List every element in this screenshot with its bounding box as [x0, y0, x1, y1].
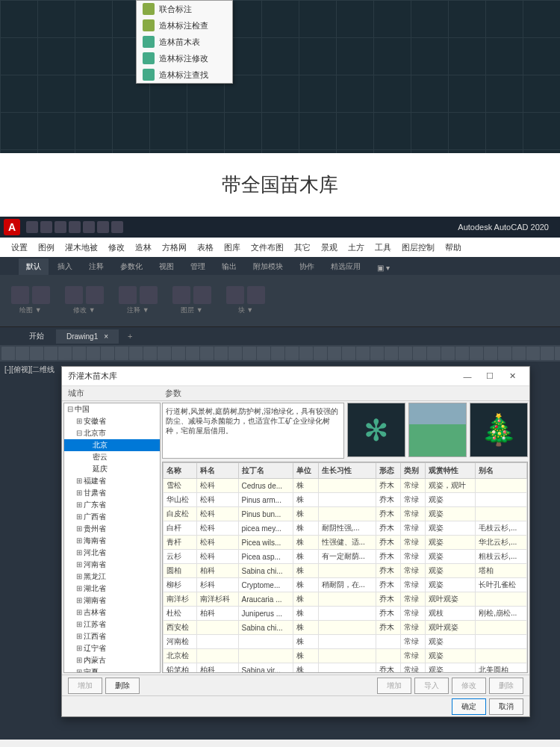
ribbon-icon[interactable]	[247, 286, 265, 304]
table-row[interactable]: 南洋杉南洋杉科Araucaria ...株乔木常绿观叶观姿	[164, 592, 527, 607]
ribbon-overflow[interactable]: ▣ ▾	[370, 261, 397, 275]
import-button[interactable]: 导入	[414, 678, 449, 694]
ribbon-tab[interactable]: 管理	[183, 258, 213, 275]
ribbon-group[interactable]: 注释 ▼	[119, 286, 158, 315]
tree-item[interactable]: ⊞湖南省	[64, 595, 160, 607]
toolbar-icon[interactable]	[498, 347, 511, 360]
tree-item[interactable]: ⊞辽宁省	[64, 642, 160, 654]
toolbar-icon[interactable]	[257, 347, 270, 360]
menu-item[interactable]: 造林标注查找	[137, 66, 232, 83]
expander-icon[interactable]: ⊞	[76, 548, 84, 557]
qat-icon[interactable]	[55, 221, 66, 233]
expander-icon[interactable]: ⊟	[76, 429, 84, 437]
menu-item[interactable]: 帮助	[445, 242, 461, 253]
expander-icon[interactable]: ⊞	[76, 536, 84, 545]
ribbon-tab[interactable]: 注释	[81, 258, 111, 275]
toolbar-icon[interactable]	[271, 347, 284, 360]
tree-item[interactable]: ⊞河北省	[64, 547, 160, 559]
cancel-button[interactable]: 取消	[489, 698, 523, 715]
tree-item[interactable]: ⊞江苏省	[64, 619, 160, 630]
tree-item[interactable]: ⊞海南省	[64, 535, 160, 547]
tab-drawing[interactable]: Drawing1 ×	[56, 329, 119, 344]
table-row[interactable]: 白皮松松科Pinus bun...株乔木常绿观姿	[164, 507, 527, 521]
add-button[interactable]: 增加	[377, 678, 411, 694]
tree-item[interactable]: ⊞湖北省	[64, 583, 160, 595]
tree-item[interactable]: ⊞广西省	[64, 511, 160, 523]
menu-item[interactable]: 图库	[224, 242, 240, 253]
toolbar-icon[interactable]	[44, 347, 57, 360]
menu-item[interactable]: 景观	[321, 242, 337, 253]
toolbar-icon[interactable]	[228, 347, 242, 360]
toolbar-icon[interactable]	[16, 347, 29, 360]
toolbar-icon[interactable]	[143, 347, 157, 360]
qat-icon[interactable]	[26, 221, 38, 233]
column-header[interactable]: 拉丁名	[238, 463, 293, 479]
toolbar-icon[interactable]	[342, 347, 355, 360]
toolbar-icon[interactable]	[115, 347, 128, 360]
toolbar-icon[interactable]	[356, 347, 370, 360]
tree-item[interactable]: ⊟北京市	[64, 427, 160, 439]
expander-icon[interactable]: ⊟	[67, 405, 75, 413]
menu-item[interactable]: 联合标注	[137, 1, 232, 17]
ribbon-icon[interactable]	[119, 286, 137, 304]
toolbar-icon[interactable]	[413, 347, 426, 360]
ribbon-tab[interactable]: 视图	[152, 258, 181, 275]
tree-item[interactable]: ⊞福建省	[64, 475, 160, 487]
menu-item[interactable]: 工具	[375, 242, 391, 253]
menu-item[interactable]: 灌木地被	[65, 242, 98, 253]
close-icon[interactable]: ×	[104, 332, 108, 341]
expander-icon[interactable]: ⊞	[76, 668, 84, 673]
qat-icon[interactable]	[83, 221, 95, 233]
tree-item[interactable]: 北京	[64, 439, 160, 451]
ribbon-icon[interactable]	[65, 286, 83, 304]
column-header[interactable]: 单位	[293, 463, 318, 479]
expander-icon[interactable]: ⊞	[76, 477, 84, 485]
ribbon-icon[interactable]	[11, 286, 29, 304]
toolbar-icon[interactable]	[214, 347, 228, 360]
expander-icon[interactable]: ⊞	[76, 596, 84, 604]
menu-item[interactable]: 造林苗木表	[137, 34, 232, 50]
table-row[interactable]: 北京桧株常绿观姿	[164, 649, 527, 663]
toolbar-icon[interactable]	[186, 347, 199, 360]
column-header[interactable]: 观赏特性	[425, 463, 475, 479]
toolbar-icon[interactable]	[200, 347, 214, 360]
qat-icon[interactable]	[111, 221, 123, 233]
city-tree[interactable]: ⊟中国⊞安徽省⊟北京市北京密云延庆⊞福建省⊞甘肃省⊞广东省⊞广西省⊞贵州省⊞海南…	[63, 403, 161, 673]
menu-item[interactable]: 造林标注检查	[137, 17, 232, 34]
table-row[interactable]: 白杆松科picea mey...株耐阴性强,...乔木常绿观姿毛枝云杉,...	[164, 521, 527, 536]
expander-icon[interactable]: ⊞	[76, 489, 84, 497]
ribbon-tab[interactable]: 插入	[50, 258, 80, 275]
toolbar-icon[interactable]	[101, 347, 114, 360]
expander-icon[interactable]: ⊞	[76, 656, 84, 664]
tree-item[interactable]: ⊞吉林省	[64, 607, 160, 619]
menu-item[interactable]: 图层控制	[402, 242, 435, 253]
toolbar-icon[interactable]	[1, 347, 15, 360]
edit-button[interactable]: 修改	[452, 678, 486, 694]
ribbon-icon[interactable]	[32, 286, 50, 304]
menu-item[interactable]: 设置	[11, 242, 28, 253]
toolbar-icon[interactable]	[243, 347, 256, 360]
toolbar-icon[interactable]	[129, 347, 143, 360]
column-header[interactable]: 科名	[196, 463, 238, 479]
toolbar-icon[interactable]	[385, 347, 398, 360]
tree-item[interactable]: ⊟中国	[64, 403, 160, 415]
close-icon[interactable]: ✕	[501, 369, 523, 384]
tree-item[interactable]: ⊞安徽省	[64, 415, 160, 427]
minimize-icon[interactable]: —	[456, 369, 479, 384]
maximize-icon[interactable]: ☐	[479, 369, 501, 384]
qat-icon[interactable]	[97, 221, 109, 233]
menu-item[interactable]: 其它	[294, 242, 311, 253]
tree-item[interactable]: ⊞河南省	[64, 559, 160, 571]
menu-item[interactable]: 修改	[108, 242, 125, 253]
expander-icon[interactable]: ⊞	[76, 512, 84, 521]
menu-item[interactable]: 土方	[348, 242, 364, 253]
new-tab-button[interactable]: +	[120, 329, 140, 344]
table-row[interactable]: 云杉松科Picea asp...株有一定耐荫...乔木常绿观姿粗枝云杉,...	[164, 550, 527, 564]
toolbar-icon[interactable]	[541, 347, 554, 360]
tree-item[interactable]: ⊞贵州省	[64, 523, 160, 535]
toolbar-icon[interactable]	[427, 347, 441, 360]
expander-icon[interactable]: ⊞	[76, 620, 84, 628]
toolbar-icon[interactable]	[455, 347, 469, 360]
tree-item[interactable]: 延庆	[64, 463, 160, 475]
toolbar-icon[interactable]	[30, 347, 43, 360]
